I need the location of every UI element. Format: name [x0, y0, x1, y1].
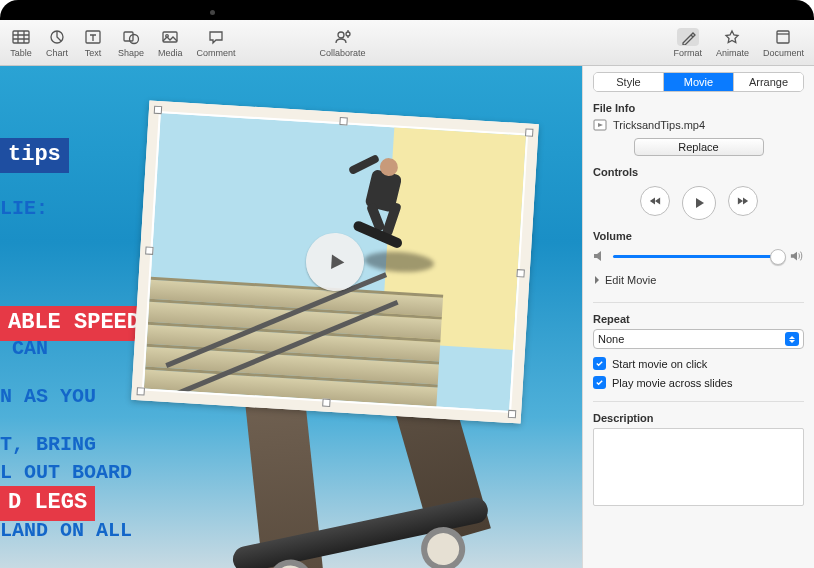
- file-name: TricksandTips.mp4: [613, 119, 705, 131]
- edit-movie-disclosure[interactable]: Edit Movie: [593, 274, 804, 286]
- svg-rect-9: [777, 31, 789, 43]
- slide-text-asyou: N AS YOU: [0, 382, 96, 411]
- resize-handle[interactable]: [339, 117, 347, 125]
- volume-row: [593, 250, 804, 262]
- slide-text-board: L OUT BOARD: [0, 458, 132, 487]
- playback-controls: [593, 186, 804, 220]
- tab-arrange[interactable]: Arrange: [734, 73, 803, 91]
- camera-dot: [210, 10, 215, 15]
- toolbar-media[interactable]: Media: [158, 28, 183, 58]
- section-volume: Volume: [593, 230, 804, 242]
- format-icon: [677, 28, 699, 46]
- section-repeat: Repeat: [593, 313, 804, 325]
- comment-icon: [205, 28, 227, 46]
- inspector-tabs: Style Movie Arrange: [593, 72, 804, 92]
- checkmark-icon: [595, 378, 604, 387]
- replace-button[interactable]: Replace: [634, 138, 764, 156]
- chevron-right-icon: [593, 276, 601, 284]
- tab-style[interactable]: Style: [594, 73, 664, 91]
- format-sidebar: Style Movie Arrange File Info TricksandT…: [582, 66, 814, 568]
- slide-chip-tips: tips: [0, 138, 69, 173]
- shape-icon: [120, 28, 142, 46]
- chart-icon: [46, 28, 68, 46]
- section-controls: Controls: [593, 166, 804, 178]
- animate-icon: [721, 28, 743, 46]
- toolbar-collaborate[interactable]: Collaborate: [320, 28, 366, 58]
- divider: [593, 401, 804, 402]
- toolbar-label: Animate: [716, 48, 749, 58]
- toolbar-table[interactable]: Table: [10, 28, 32, 58]
- play-across-label: Play movie across slides: [612, 377, 732, 389]
- section-file-info: File Info: [593, 102, 804, 114]
- toolbar-label: Shape: [118, 48, 144, 58]
- toolbar-shape[interactable]: Shape: [118, 28, 144, 58]
- toolbar: Table Chart Text Shape: [0, 20, 814, 66]
- play-icon: [692, 196, 706, 210]
- svg-point-8: [346, 32, 350, 36]
- repeat-value: None: [598, 333, 624, 345]
- toolbar-label: Chart: [46, 48, 68, 58]
- description-textarea[interactable]: [593, 428, 804, 506]
- movie-object[interactable]: [131, 100, 539, 423]
- background-skateboard: [219, 442, 500, 568]
- movie-file-icon: [593, 118, 607, 132]
- file-name-row: TricksandTips.mp4: [593, 118, 804, 132]
- slide-text-bring: T, BRING: [0, 430, 96, 459]
- toolbar-chart[interactable]: Chart: [46, 28, 68, 58]
- app-window: Table Chart Text Shape: [0, 20, 814, 568]
- forward-button[interactable]: [728, 186, 758, 216]
- start-on-click-label: Start movie on click: [612, 358, 707, 370]
- svg-rect-3: [124, 32, 133, 41]
- start-on-click-row[interactable]: Start movie on click: [593, 357, 804, 370]
- play-button[interactable]: [682, 186, 716, 220]
- resize-handle[interactable]: [145, 246, 153, 254]
- checkbox-start-on-click[interactable]: [593, 357, 606, 370]
- section-description: Description: [593, 412, 804, 424]
- divider: [593, 302, 804, 303]
- rewind-button[interactable]: [640, 186, 670, 216]
- text-icon: [82, 28, 104, 46]
- table-icon: [10, 28, 32, 46]
- svg-point-7: [338, 32, 344, 38]
- resize-handle[interactable]: [508, 410, 516, 418]
- resize-handle[interactable]: [154, 106, 162, 114]
- document-icon: [772, 28, 794, 46]
- repeat-select[interactable]: None: [593, 329, 804, 349]
- slide-text-lie: LIE:: [0, 194, 48, 223]
- volume-slider[interactable]: [613, 255, 784, 258]
- rewind-icon: [649, 195, 661, 207]
- toolbar-label: Collaborate: [320, 48, 366, 58]
- forward-icon: [737, 195, 749, 207]
- edit-movie-label: Edit Movie: [605, 274, 656, 286]
- resize-handle[interactable]: [516, 269, 524, 277]
- collaborate-icon: [332, 28, 354, 46]
- toolbar-label: Table: [10, 48, 32, 58]
- toolbar-label: Media: [158, 48, 183, 58]
- slide-canvas[interactable]: tips LIE: ABLE SPEED CAN N AS YOU T, BRI…: [0, 66, 582, 568]
- play-icon: [325, 250, 348, 273]
- select-arrows-icon: [785, 332, 799, 346]
- resize-handle[interactable]: [137, 387, 145, 395]
- slide-text-land: LAND ON ALL: [0, 516, 132, 545]
- device-bezel: [0, 0, 814, 20]
- toolbar-label: Text: [85, 48, 102, 58]
- toolbar-comment[interactable]: Comment: [197, 28, 236, 58]
- volume-low-icon: [593, 250, 607, 262]
- toolbar-animate[interactable]: Animate: [716, 28, 749, 58]
- toolbar-label: Format: [673, 48, 702, 58]
- resize-handle[interactable]: [525, 128, 533, 136]
- toolbar-format[interactable]: Format: [673, 28, 702, 58]
- tab-movie[interactable]: Movie: [664, 73, 734, 91]
- toolbar-label: Document: [763, 48, 804, 58]
- media-icon: [159, 28, 181, 46]
- svg-point-4: [130, 34, 139, 43]
- volume-high-icon: [790, 250, 804, 262]
- play-across-slides-row[interactable]: Play movie across slides: [593, 376, 804, 389]
- checkbox-play-across[interactable]: [593, 376, 606, 389]
- slide-text-can: CAN: [0, 334, 48, 363]
- toolbar-text[interactable]: Text: [82, 28, 104, 58]
- svg-rect-0: [13, 31, 29, 43]
- toolbar-document[interactable]: Document: [763, 28, 804, 58]
- resize-handle[interactable]: [322, 399, 330, 407]
- checkmark-icon: [595, 359, 604, 368]
